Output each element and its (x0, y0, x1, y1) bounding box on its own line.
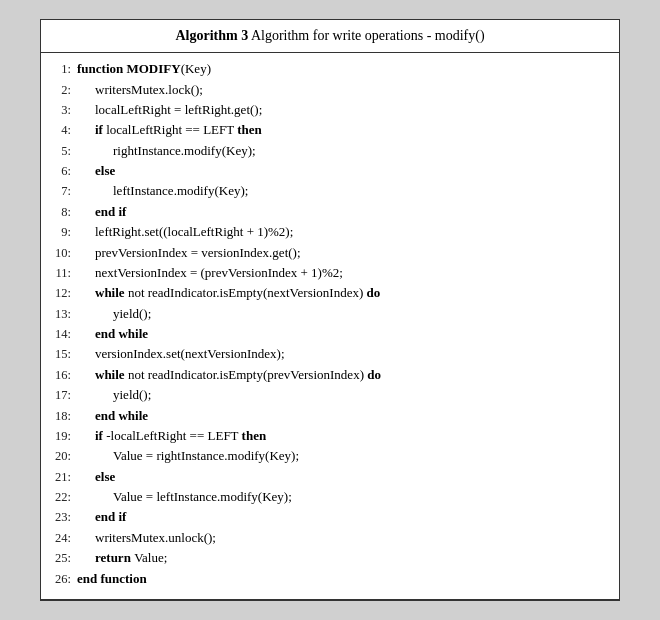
code-line: 1:function MODIFY(Key) (49, 59, 611, 79)
keyword: if (95, 122, 106, 137)
code-line: 3:localLeftRight = leftRight.get(); (49, 100, 611, 120)
code-text: yield(); (113, 387, 151, 402)
code-text: localLeftRight = leftRight.get(); (95, 102, 262, 117)
code-text: Value; (134, 550, 167, 565)
algorithm-box: Algorithm 3 Algorithm for write operatio… (40, 19, 620, 601)
code-line: 2:writersMutex.lock(); (49, 80, 611, 100)
code-line: 25:return Value; (49, 548, 611, 568)
line-number: 14: (49, 325, 77, 344)
bottom-divider (41, 599, 619, 600)
line-number: 18: (49, 407, 77, 426)
line-number: 2: (49, 81, 77, 100)
algorithm-header: Algorithm 3 Algorithm for write operatio… (41, 20, 619, 53)
keyword: return (95, 550, 134, 565)
code-line: 12:while not readIndicator.isEmpty(nextV… (49, 283, 611, 303)
line-number: 15: (49, 345, 77, 364)
code-line: 17:yield(); (49, 385, 611, 405)
line-content: writersMutex.lock(); (77, 80, 611, 100)
keyword: while (95, 367, 128, 382)
code-line: 4:if localLeftRight == LEFT then (49, 120, 611, 140)
keyword: then (237, 122, 262, 137)
code-text: prevVersionIndex = versionIndex.get(); (95, 245, 301, 260)
line-number: 8: (49, 203, 77, 222)
line-content: versionIndex.set(nextVersionIndex); (77, 344, 611, 364)
keyword: end while (95, 408, 148, 423)
keyword: else (95, 163, 115, 178)
code-line: 9:leftRight.set((localLeftRight + 1)%2); (49, 222, 611, 242)
keyword: end if (95, 204, 126, 219)
line-content: Value = leftInstance.modify(Key); (77, 487, 611, 507)
line-content: prevVersionIndex = versionIndex.get(); (77, 243, 611, 263)
code-line: 24:writersMutex.unlock(); (49, 528, 611, 548)
line-content: yield(); (77, 304, 611, 324)
keyword: else (95, 469, 115, 484)
code-line: 26:end function (49, 569, 611, 589)
line-number: 24: (49, 529, 77, 548)
code-line: 13:yield(); (49, 304, 611, 324)
line-content: if localLeftRight == LEFT then (77, 120, 611, 140)
keyword: function (77, 61, 126, 76)
line-content: end function (77, 569, 611, 589)
line-content: else (77, 161, 611, 181)
line-content: yield(); (77, 385, 611, 405)
code-text: not readIndicator.isEmpty(nextVersionInd… (128, 285, 367, 300)
line-content: function MODIFY(Key) (77, 59, 611, 79)
code-line: 8:end if (49, 202, 611, 222)
code-line: 10:prevVersionIndex = versionIndex.get()… (49, 243, 611, 263)
line-number: 4: (49, 121, 77, 140)
line-number: 22: (49, 488, 77, 507)
code-text: leftInstance.modify(Key); (113, 183, 248, 198)
line-number: 13: (49, 305, 77, 324)
line-number: 20: (49, 447, 77, 466)
line-number: 17: (49, 386, 77, 405)
keyword: end if (95, 509, 126, 524)
algorithm-label: Algorithm 3 (175, 28, 248, 43)
code-text: localLeftRight == LEFT (106, 122, 237, 137)
code-text: Value = rightInstance.modify(Key); (113, 448, 299, 463)
line-content: while not readIndicator.isEmpty(nextVers… (77, 283, 611, 303)
code-text: rightInstance.modify(Key); (113, 143, 256, 158)
code-text: writersMutex.lock(); (95, 82, 203, 97)
code-text: leftRight.set((localLeftRight + 1)%2); (95, 224, 293, 239)
code-line: 20:Value = rightInstance.modify(Key); (49, 446, 611, 466)
line-number: 10: (49, 244, 77, 263)
code-text: not readIndicator.isEmpty(prevVersionInd… (128, 367, 367, 382)
line-number: 19: (49, 427, 77, 446)
keyword: while (95, 285, 128, 300)
line-number: 1: (49, 60, 77, 79)
line-content: Value = rightInstance.modify(Key); (77, 446, 611, 466)
keyword: end function (77, 571, 147, 586)
code-line: 23:end if (49, 507, 611, 527)
line-content: end while (77, 324, 611, 344)
code-line: 16:while not readIndicator.isEmpty(prevV… (49, 365, 611, 385)
code-line: 11:nextVersionIndex = (prevVersionIndex … (49, 263, 611, 283)
line-content: nextVersionIndex = (prevVersionIndex + 1… (77, 263, 611, 283)
code-line: 5:rightInstance.modify(Key); (49, 141, 611, 161)
line-number: 11: (49, 264, 77, 283)
line-content: leftInstance.modify(Key); (77, 181, 611, 201)
code-line: 15:versionIndex.set(nextVersionIndex); (49, 344, 611, 364)
code-text: -localLeftRight == LEFT (106, 428, 241, 443)
code-line: 19:if -localLeftRight == LEFT then (49, 426, 611, 446)
line-content: end while (77, 406, 611, 426)
line-content: localLeftRight = leftRight.get(); (77, 100, 611, 120)
algorithm-body: 1:function MODIFY(Key)2:writersMutex.loc… (41, 53, 619, 597)
line-number: 9: (49, 223, 77, 242)
code-line: 6:else (49, 161, 611, 181)
line-number: 7: (49, 182, 77, 201)
keyword: do (367, 367, 381, 382)
line-number: 5: (49, 142, 77, 161)
line-content: end if (77, 507, 611, 527)
keyword: do (367, 285, 381, 300)
algorithm-description: Algorithm for write operations - modify(… (251, 28, 485, 43)
keyword: then (242, 428, 267, 443)
line-content: leftRight.set((localLeftRight + 1)%2); (77, 222, 611, 242)
line-number: 25: (49, 549, 77, 568)
line-content: if -localLeftRight == LEFT then (77, 426, 611, 446)
line-content: return Value; (77, 548, 611, 568)
code-line: 22:Value = leftInstance.modify(Key); (49, 487, 611, 507)
keyword: if (95, 428, 106, 443)
code-text: nextVersionIndex = (prevVersionIndex + 1… (95, 265, 343, 280)
line-number: 26: (49, 570, 77, 589)
code-text: yield(); (113, 306, 151, 321)
